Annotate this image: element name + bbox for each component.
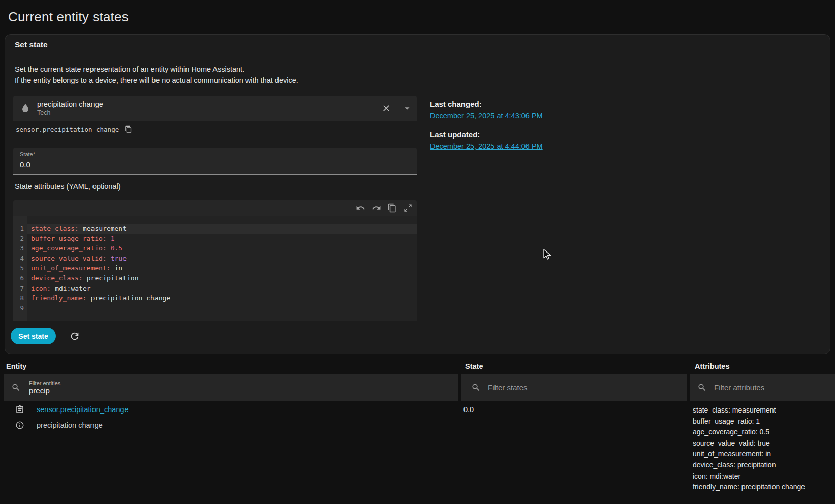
set-state-description: Set the current state representation of …: [15, 64, 298, 86]
line-number: 8: [13, 293, 27, 303]
line-number: 6: [13, 273, 27, 284]
filter-entities-input[interactable]: [29, 386, 415, 395]
state-field-label: State*: [20, 151, 35, 158]
undo-icon[interactable]: [356, 203, 365, 213]
attribute-item: state_class: measurement: [693, 405, 805, 416]
water-drop-icon: [19, 102, 32, 114]
yaml-line-4: source_value_valid:true: [27, 254, 417, 264]
line-number-gutter: 1 2 3 4 5 6 7 8 9: [13, 216, 27, 321]
yaml-editor: 1 2 3 4 5 6 7 8 9 state_class:measuremen…: [13, 200, 417, 321]
last-changed-label: Last changed:: [430, 100, 633, 108]
attribute-item: buffer_usage_ratio: 1: [693, 416, 805, 427]
yaml-line-8: friendly_name:precipitation change: [27, 293, 417, 303]
filter-attributes-input[interactable]: [714, 383, 826, 392]
entity-friendly-name: precipitation change: [37, 421, 103, 429]
last-changed-link[interactable]: December 25, 2025 at 4:43:06 PM: [430, 112, 543, 120]
set-state-button[interactable]: Set state: [11, 328, 56, 344]
attribute-item: age_coverage_ratio: 0.5: [693, 427, 805, 438]
last-updated-link[interactable]: December 25, 2025 at 4:44:06 PM: [430, 142, 543, 150]
line-number: 9: [13, 303, 27, 313]
column-header-entity: Entity: [6, 362, 26, 370]
filter-states-input[interactable]: [488, 383, 661, 392]
yaml-code[interactable]: state_class:measurement buffer_usage_rat…: [27, 216, 417, 321]
code-editor-area[interactable]: 1 2 3 4 5 6 7 8 9 state_class:measuremen…: [13, 216, 417, 321]
entity-row-link[interactable]: sensor.precipitation_change: [37, 405, 129, 414]
yaml-line-3: age_coverage_ratio:0.5: [27, 243, 417, 254]
state-attributes-label: State attributes (YAML, optional): [15, 182, 120, 191]
entity-picker-area: Tech: [37, 109, 381, 116]
chevron-down-icon[interactable]: [401, 103, 413, 114]
description-line-2: If the entity belongs to a device, there…: [15, 75, 298, 86]
line-number: 2: [13, 234, 27, 244]
table-divider: [0, 401, 835, 401]
yaml-line-1: state_class:measurement: [27, 224, 417, 234]
set-state-card: Set state Set the current state represen…: [5, 34, 830, 354]
copy-yaml-icon[interactable]: [387, 203, 397, 213]
column-header-state: State: [465, 362, 483, 370]
state-input-field[interactable]: State* 0.0: [13, 148, 417, 175]
entity-attributes-list: state_class: measurement buffer_usage_ra…: [693, 405, 805, 493]
filter-states-field[interactable]: [461, 374, 687, 401]
search-icon: [11, 383, 21, 392]
search-icon: [471, 383, 481, 392]
attribute-item: friendly_name: precipitation change: [693, 482, 805, 493]
filter-entities-label: Filter entities: [29, 380, 415, 386]
entity-picker-name: precipitation change: [37, 100, 381, 108]
column-header-attributes: Attributes: [695, 362, 729, 370]
copy-icon[interactable]: [125, 125, 132, 133]
state-field-value: 0.0: [20, 160, 30, 169]
line-number: 7: [13, 284, 27, 294]
clear-entity-icon[interactable]: [381, 103, 391, 113]
entity-state-value: 0.0: [463, 405, 474, 414]
line-number: 5: [13, 263, 27, 273]
set-state-heading: Set state: [15, 40, 48, 49]
entity-picker-text: precipitation change Tech: [37, 100, 381, 116]
entity-id-row: sensor.precipitation_change: [16, 125, 132, 133]
refresh-icon[interactable]: [69, 331, 80, 342]
last-updated-label: Last updated:: [430, 130, 633, 139]
yaml-editor-toolbar: [13, 200, 417, 216]
yaml-line-7: icon:mdi:water: [27, 284, 417, 294]
yaml-line-5: unit_of_measurement:in: [27, 263, 417, 273]
line-number: 1: [13, 224, 27, 234]
attribute-item: unit_of_measurement: in: [693, 449, 805, 460]
yaml-line-6: device_class:precipitation: [27, 273, 417, 284]
submit-row: Set state: [11, 328, 80, 344]
filter-entities-field[interactable]: Filter entities: [4, 374, 458, 401]
entity-id-text: sensor.precipitation_change: [16, 125, 119, 133]
info-icon[interactable]: [15, 421, 24, 430]
expand-editor-icon[interactable]: [403, 203, 413, 213]
redo-icon[interactable]: [372, 203, 381, 213]
filter-attributes-field[interactable]: [690, 374, 835, 401]
attribute-item: source_value_valid: true: [693, 438, 805, 449]
description-line-1: Set the current state representation of …: [15, 64, 298, 75]
page-title: Current entity states: [8, 9, 129, 25]
attribute-item: icon: mdi:water: [693, 471, 805, 482]
search-icon: [697, 383, 707, 392]
attribute-item: device_class: precipitation: [693, 460, 805, 471]
entity-picker[interactable]: precipitation change Tech: [13, 96, 417, 121]
timestamps-panel: Last changed: December 25, 2025 at 4:43:…: [430, 100, 633, 151]
clipboard-icon[interactable]: [15, 405, 24, 414]
line-number: 3: [13, 243, 27, 254]
line-number: 4: [13, 254, 27, 264]
yaml-line-2: buffer_usage_ratio:1: [27, 234, 417, 244]
